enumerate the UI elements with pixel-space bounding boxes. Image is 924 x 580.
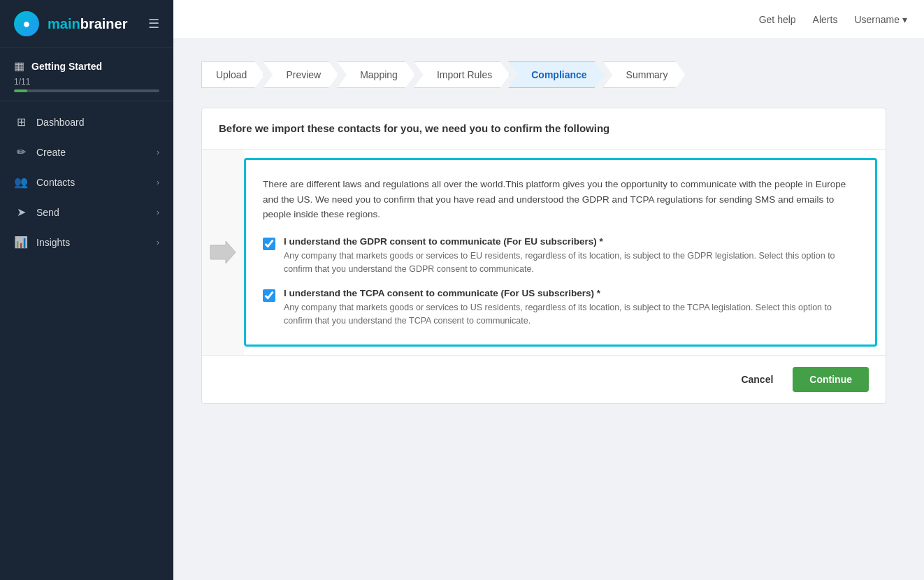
step-upload[interactable]: Upload <box>201 61 264 88</box>
sidebar: ● mainbrainer ☰ ▦ Getting Started 1/11 ⊞… <box>0 0 173 580</box>
gdpr-label-wrap: I understand the GDPR consent to communi… <box>284 236 858 277</box>
insights-icon: 📊 <box>14 235 28 249</box>
getting-started-progress-bar <box>14 89 159 92</box>
getting-started-icon: ▦ <box>14 59 24 73</box>
compliance-wrapper: There are different laws and regulations… <box>202 150 886 355</box>
getting-started-title: Getting Started <box>31 61 102 72</box>
step-summary[interactable]: Summary <box>603 61 686 88</box>
compliance-intro-text: There are different laws and regulations… <box>263 177 858 222</box>
nav-items: ⊞ Dashboard ✏ Create › 👥 Contacts › ➤ Se… <box>0 101 173 580</box>
chevron-right-icon: › <box>157 177 159 187</box>
main-content: Get help Alerts Username ▾ Upload Previe… <box>173 0 924 580</box>
gdpr-checkbox[interactable] <box>263 238 275 250</box>
arrow-right-icon <box>209 238 237 266</box>
topbar: Get help Alerts Username ▾ <box>173 0 924 39</box>
chevron-right-icon: › <box>157 208 159 217</box>
sidebar-item-label: Create <box>36 147 66 158</box>
logo-text: mainbrainer <box>48 16 128 32</box>
compliance-card: Before we import these contacts for you,… <box>201 108 886 404</box>
svg-marker-0 <box>210 241 236 263</box>
logo-icon: ● <box>14 11 39 36</box>
sidebar-logo: ● mainbrainer ☰ <box>0 0 173 48</box>
gdpr-label: I understand the GDPR consent to communi… <box>284 236 858 247</box>
sidebar-item-label: Send <box>36 207 59 218</box>
sidebar-item-label: Insights <box>36 237 70 248</box>
sidebar-item-label: Dashboard <box>36 117 85 128</box>
continue-button[interactable]: Continue <box>793 367 869 392</box>
hamburger-button[interactable]: ☰ <box>148 16 159 31</box>
gdpr-checkbox-row: I understand the GDPR consent to communi… <box>263 236 858 277</box>
step-compliance[interactable]: Compliance <box>508 61 604 88</box>
cancel-button[interactable]: Cancel <box>730 368 784 391</box>
gdpr-description: Any company that markets goods or servic… <box>284 249 858 277</box>
alerts-link[interactable]: Alerts <box>813 14 838 25</box>
card-footer: Cancel Continue <box>202 355 886 403</box>
getting-started-section: ▦ Getting Started 1/11 <box>0 48 173 101</box>
dashboard-icon: ⊞ <box>14 115 28 129</box>
tcpa-label: I understand the TCPA consent to communi… <box>284 288 858 298</box>
tcpa-description: Any company that markets goods or servic… <box>284 301 858 328</box>
sidebar-item-contacts[interactable]: 👥 Contacts › <box>0 167 173 197</box>
getting-started-progress-text: 1/11 <box>14 77 159 87</box>
chevron-right-icon: › <box>157 147 159 157</box>
step-import-rules[interactable]: Import Rules <box>414 61 510 88</box>
get-help-link[interactable]: Get help <box>759 14 796 25</box>
sidebar-item-create[interactable]: ✏ Create › <box>0 137 173 167</box>
content-area: Upload Preview Mapping Import Rules Comp… <box>173 39 924 580</box>
arrow-indicator <box>202 150 244 355</box>
chevron-right-icon: › <box>157 238 159 247</box>
tcpa-checkbox[interactable] <box>263 289 275 302</box>
chevron-down-icon: ▾ <box>902 14 907 25</box>
username-label: Username <box>854 14 900 25</box>
sidebar-item-label: Contacts <box>36 177 75 188</box>
sidebar-item-send[interactable]: ➤ Send › <box>0 197 173 227</box>
username-menu[interactable]: Username ▾ <box>854 14 907 25</box>
step-preview[interactable]: Preview <box>263 61 338 88</box>
compliance-content: There are different laws and regulations… <box>244 158 877 347</box>
tcpa-checkbox-row: I understand the TCPA consent to communi… <box>263 288 858 328</box>
getting-started-progress-fill <box>14 89 27 92</box>
card-header-text: Before we import these contacts for you,… <box>219 122 609 134</box>
card-header: Before we import these contacts for you,… <box>202 108 886 150</box>
sidebar-item-dashboard[interactable]: ⊞ Dashboard <box>0 107 173 137</box>
create-icon: ✏ <box>14 145 28 159</box>
send-icon: ➤ <box>14 205 28 219</box>
contacts-icon: 👥 <box>14 175 28 189</box>
step-mapping[interactable]: Mapping <box>337 61 415 88</box>
sidebar-item-insights[interactable]: 📊 Insights › <box>0 227 173 257</box>
tcpa-label-wrap: I understand the TCPA consent to communi… <box>284 288 858 328</box>
wizard-steps: Upload Preview Mapping Import Rules Comp… <box>201 61 896 88</box>
